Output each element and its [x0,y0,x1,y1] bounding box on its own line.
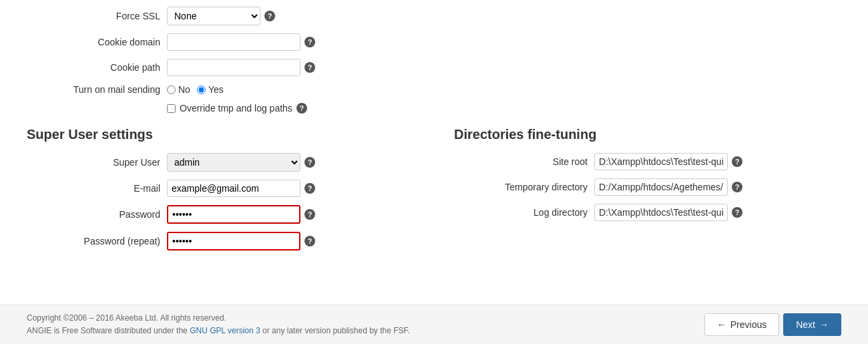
footer-license: ANGIE is Free Software distributed under… [27,325,410,337]
override-paths-checkbox[interactable] [167,104,176,113]
log-dir-input[interactable] [594,204,728,221]
site-root-label: Site root [454,156,588,167]
force-ssl-label: Force SSL [27,11,160,21]
footer-buttons: ← Previous Next → [704,313,841,336]
password-control: ? [167,205,315,224]
password-repeat-row: Password (repeat) ? [27,232,414,250]
cookie-domain-row: Cookie domain ? [27,33,841,51]
footer-copyright: Copyright ©2006 – 2016 Akeeba Ltd. All r… [27,312,410,325]
password-row: Password ? [27,205,414,224]
password-help-icon[interactable]: ? [304,209,315,220]
override-paths-row: Override tmp and log paths ? [167,103,841,114]
next-label: Next [796,319,815,330]
mail-sending-label: Turn on mail sending [27,84,160,95]
cookie-path-control: ? [167,59,315,76]
super-user-title: Super User settings [27,127,414,142]
password-label: Password [27,209,160,220]
email-label: E-mail [27,183,160,194]
super-user-help-icon[interactable]: ? [304,157,315,168]
cookie-domain-label: Cookie domain [27,37,160,47]
password-input[interactable] [167,205,300,224]
temp-dir-control: ? [594,178,742,196]
previous-label: Previous [730,319,767,330]
footer: Copyright ©2006 – 2016 Akeeba Ltd. All r… [0,305,868,344]
directories-section: Directories fine-tuning Site root ? Temp… [434,127,841,259]
log-dir-label: Log directory [454,207,588,218]
log-dir-row: Log directory ? [454,204,841,221]
site-root-row: Site root ? [454,153,841,170]
log-dir-control: ? [594,204,742,221]
footer-license-suffix: or any later version published by the FS… [260,326,410,335]
footer-license-link[interactable]: GNU GPL version 3 [190,326,260,335]
previous-button[interactable]: ← Previous [704,313,779,336]
password-repeat-input[interactable] [167,232,300,250]
super-user-field-control: admin ? [167,153,315,172]
force-ssl-help-icon[interactable]: ? [264,11,275,21]
password-repeat-help-icon[interactable]: ? [304,236,315,246]
cookie-domain-control: ? [167,33,315,51]
two-col-section: Super User settings Super User admin ? E… [27,127,841,259]
temp-dir-label: Temporary directory [454,182,588,192]
super-user-section: Super User settings Super User admin ? E… [27,127,434,259]
directories-title: Directories fine-tuning [454,127,841,142]
site-root-input[interactable] [594,153,728,170]
super-user-field-label: Super User [27,157,160,168]
mail-no-label[interactable]: No [167,84,190,95]
cookie-domain-input[interactable] [167,33,300,51]
password-repeat-control: ? [167,232,315,250]
email-control: ? [167,180,315,197]
mail-sending-control: No Yes [167,84,224,95]
mail-sending-radio-group: No Yes [167,84,224,95]
mail-yes-label[interactable]: Yes [197,84,224,95]
site-root-control: ? [594,153,742,170]
cookie-path-help-icon[interactable]: ? [304,62,315,73]
cookie-path-row: Cookie path ? [27,59,841,76]
top-section: Force SSL None Administrator Entire Site… [27,7,841,114]
password-repeat-label: Password (repeat) [27,236,160,246]
temp-dir-input[interactable] [594,178,728,196]
email-row: E-mail ? [27,180,414,197]
mail-no-text: No [178,84,190,95]
temp-dir-help-icon[interactable]: ? [732,182,742,192]
email-input[interactable] [167,180,300,197]
next-arrow-icon: → [819,319,829,330]
mail-sending-row: Turn on mail sending No Yes [27,84,841,95]
previous-arrow-icon: ← [717,319,726,330]
mail-yes-radio[interactable] [197,85,206,94]
override-paths-help-icon[interactable]: ? [296,103,307,114]
cookie-domain-help-icon[interactable]: ? [304,37,315,47]
force-ssl-row: Force SSL None Administrator Entire Site… [27,7,841,25]
footer-text: Copyright ©2006 – 2016 Akeeba Ltd. All r… [27,312,410,337]
next-button[interactable]: Next → [783,313,841,336]
log-dir-help-icon[interactable]: ? [732,207,742,218]
super-user-select[interactable]: admin [167,153,300,172]
footer-license-prefix: ANGIE is Free Software distributed under… [27,326,190,335]
temp-dir-row: Temporary directory ? [454,178,841,196]
mail-yes-text: Yes [208,84,224,95]
force-ssl-control: None Administrator Entire Site ? [167,7,275,25]
cookie-path-input[interactable] [167,59,300,76]
main-content: Force SSL None Administrator Entire Site… [0,0,868,272]
site-root-help-icon[interactable]: ? [732,156,742,167]
super-user-row: Super User admin ? [27,153,414,172]
override-paths-label: Override tmp and log paths [180,103,292,114]
email-help-icon[interactable]: ? [304,183,315,194]
force-ssl-select[interactable]: None Administrator Entire Site [167,7,260,25]
cookie-path-label: Cookie path [27,62,160,73]
mail-no-radio[interactable] [167,85,176,94]
